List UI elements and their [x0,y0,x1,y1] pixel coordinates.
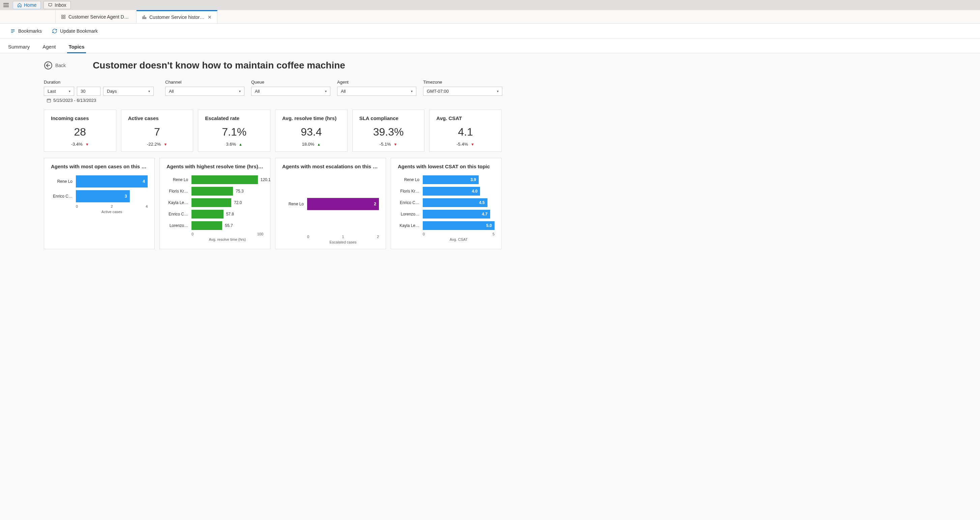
bar-line: Enrico C…3 [51,190,148,203]
tab-1[interactable]: Customer Service historica…✕ [137,10,218,23]
bar-track: 3 [76,190,148,203]
kpi-card-1[interactable]: Active cases7-22.2%▼ [121,110,194,152]
title-row: Back Customer doesn't know how to mainta… [44,60,502,71]
svg-rect-5 [144,16,145,19]
chart-card-2[interactable]: Agents with most escalations on this to…… [275,158,386,249]
bar-value: 4 [143,179,145,184]
bar-track: 55.7 [191,221,263,230]
kpi-title: SLA compliance [360,115,418,121]
bar-track: 4 [76,175,148,188]
kpi-value: 4.1 [436,126,495,138]
kpi-card-5[interactable]: Avg. CSAT4.1-5.4%▼ [429,110,502,152]
chart-title: Agents with lowest CSAT on this topic [398,164,495,169]
bar-fill [191,221,222,230]
inbox-button[interactable]: Inbox [43,1,70,9]
chart-title: Agents with most escalations on this to… [282,164,379,169]
chart-axis-label: Avg. resolve time (hrs) [191,238,263,241]
close-icon[interactable]: ✕ [208,14,212,20]
chart-axis-label: Active cases [76,210,148,214]
bar-label: Enrico C… [167,212,188,217]
duration-type-select[interactable]: Last▾ [44,87,74,96]
duration-unit-select[interactable]: Days▾ [103,87,154,96]
section-nav: Summary Agent Topics [0,38,980,53]
timezone-select[interactable]: GMT-07:00▾ [423,87,502,96]
kpi-title: Incoming cases [51,115,109,121]
bar-fill: 4 [76,175,148,188]
bar-fill: 3 [76,190,130,203]
tabs-spacer [0,10,56,23]
chart-card-1[interactable]: Agents with highest resolve time (hrs) o… [159,158,270,249]
tab-0[interactable]: Customer Service Agent Dash… [56,10,137,23]
inbox-label: Inbox [55,2,66,8]
bar-label: Enrico C… [51,194,73,199]
bar-track: 4.7 [423,210,495,219]
svg-rect-3 [64,17,65,19]
bar-value: 2 [374,202,376,206]
bar-fill [191,175,258,184]
channel-label: Channel [165,80,244,85]
queue-label: Queue [251,80,330,85]
kpi-delta: -5.1%▼ [360,142,418,147]
duration-unit-value: Days [107,89,117,94]
svg-rect-1 [64,15,65,16]
bookmarks-button[interactable]: Bookmarks [10,28,42,34]
back-button[interactable]: Back [44,61,66,70]
agent-label: Agent [337,80,416,85]
bar-value: 4.5 [479,200,485,205]
kpi-card-4[interactable]: SLA compliance39.3%-5.1%▼ [352,110,425,152]
bar-fill: 4.0 [423,187,480,196]
bar-fill [191,210,224,219]
bar-track: 4.0 [423,187,495,196]
svg-rect-8 [47,99,51,102]
kpi-value: 39.3% [360,126,418,138]
bar-fill: 2 [307,198,379,210]
chart-card-0[interactable]: Agents with most open cases on this to…R… [44,158,155,249]
bar-line: Kayla Le…5.0 [398,221,495,230]
kpi-value: 7.1% [205,126,263,138]
bar-fill: 4.5 [423,198,487,207]
tab-label: Customer Service Agent Dash… [68,14,131,19]
bar-label: Rene Lo [51,179,73,184]
kpi-card-0[interactable]: Incoming cases28-3.4%▼ [44,110,116,152]
chart-axis: 0100 [191,232,263,236]
bar-value: 120.1 [261,177,271,182]
duration-qty-value: 30 [81,89,85,94]
kpi-delta: 3.6%▲ [205,142,263,147]
bar-value: 4.0 [472,189,478,193]
channel-select[interactable]: All▾ [165,87,244,96]
tab-topics[interactable]: Topics [67,44,86,53]
chevron-down-icon: ▾ [497,89,499,93]
arrow-up-icon: ▲ [239,142,242,146]
duration-label: Duration [44,80,158,85]
hamburger-menu[interactable] [2,2,10,8]
chart-row: Agents with most open cases on this to…R… [44,158,502,249]
kpi-card-3[interactable]: Avg. resolve time (hrs)93.418.0%▲ [275,110,348,152]
chart-bars: Rene Lo120.1Floris Kr…75.3Kayla Le…72.0E… [167,175,263,230]
kpi-title: Avg. resolve time (hrs) [282,115,340,121]
queue-select[interactable]: All▾ [251,87,330,96]
tab-agent[interactable]: Agent [41,44,57,53]
bar-line: Kayla Le…72.0 [167,198,263,207]
bar-value: 72.0 [234,200,242,205]
bar-value: 3.9 [470,177,476,182]
update-bookmark-button[interactable]: Update Bookmark [52,28,98,34]
home-button[interactable]: Home [13,1,41,9]
bar-line: Enrico C…57.8 [167,210,263,219]
bar-value: 4.7 [482,212,488,217]
kpi-card-2[interactable]: Escalated rate7.1%3.6%▲ [198,110,270,152]
tab-summary[interactable]: Summary [7,44,31,53]
bar-fill [191,187,233,196]
dashboard-icon [61,14,66,19]
filters-date-text: 5/15/2023 - 6/13/2023 [53,98,96,103]
filters: Duration Last▾ 30 Days▾ Channel All▾ Que… [44,80,502,96]
channel-value: All [169,89,173,94]
duration-qty-input[interactable]: 30 [77,87,100,96]
agent-select[interactable]: All▾ [337,87,416,96]
bar-track: 5.0 [423,221,495,230]
inbox-icon [48,3,52,7]
kpi-value: 28 [51,126,109,138]
bar-line: Rene Lo120.1 [167,175,263,184]
timezone-label: Timezone [423,80,502,85]
chart-card-3[interactable]: Agents with lowest CSAT on this topicRen… [391,158,502,249]
bar-track: 57.8 [191,210,263,219]
